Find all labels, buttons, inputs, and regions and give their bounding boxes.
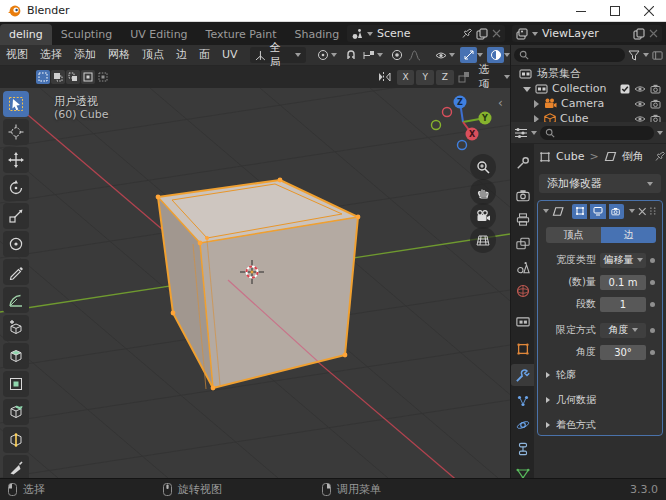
- properties-options-chevron-icon[interactable]: [657, 131, 663, 135]
- pin-icon[interactable]: [462, 28, 472, 39]
- tab-collection-icon[interactable]: [511, 310, 534, 332]
- menu-mesh[interactable]: 网格: [102, 45, 136, 65]
- snap-magnet-icon[interactable]: [343, 47, 360, 63]
- tool-annotate[interactable]: [3, 259, 29, 285]
- tool-inset-faces[interactable]: [3, 371, 29, 397]
- scene-name[interactable]: Scene: [377, 27, 458, 40]
- tab-particles-icon[interactable]: [511, 390, 534, 412]
- section-geometry[interactable]: 几何数据: [546, 393, 596, 407]
- viewlayer-name[interactable]: ViewLayer: [542, 27, 629, 40]
- limit-method-dropdown[interactable]: 角度: [600, 323, 646, 338]
- menu-edge[interactable]: 边: [170, 45, 193, 65]
- camera-hide-eye-icon[interactable]: [634, 99, 646, 109]
- new-scene-icon[interactable]: [476, 28, 488, 40]
- modifier-editmode-toggle[interactable]: [572, 204, 587, 219]
- section-shading[interactable]: 着色方式: [546, 418, 596, 432]
- mirror-z-toggle[interactable]: Z: [436, 70, 454, 85]
- camera-expand-icon[interactable]: [533, 100, 540, 108]
- unlink-scene-icon[interactable]: [492, 29, 501, 38]
- zoom-view-button[interactable]: [470, 154, 496, 180]
- segments-keyframe-dot[interactable]: [650, 302, 655, 307]
- menu-uv[interactable]: UV: [216, 45, 244, 65]
- mirror-icon[interactable]: [376, 69, 393, 85]
- gizmo-neg-x-ball[interactable]: [443, 108, 452, 117]
- new-viewlayer-icon[interactable]: [633, 28, 645, 40]
- remove-viewlayer-icon[interactable]: [649, 29, 658, 38]
- cube-hide-eye-icon[interactable]: [634, 114, 646, 123]
- modifier-realtime-toggle[interactable]: [590, 204, 605, 219]
- gizmo-neg-z-ball[interactable]: [458, 141, 467, 150]
- show-visibility-icon[interactable]: [432, 47, 449, 63]
- collection-hide-eye-icon[interactable]: [634, 84, 646, 94]
- mirror-y-toggle[interactable]: Y: [416, 70, 434, 85]
- selectmode-new-icon[interactable]: [36, 70, 50, 84]
- modifier-extras-chevron-icon[interactable]: [629, 209, 635, 213]
- viewlayer-selector[interactable]: ViewLayer: [512, 25, 662, 42]
- selectmode-subtract-icon[interactable]: [66, 70, 80, 84]
- tab-object-icon[interactable]: [511, 338, 534, 360]
- modifier-render-toggle[interactable]: [609, 204, 624, 219]
- segments-field[interactable]: 1: [600, 297, 646, 312]
- maximize-button[interactable]: [598, 0, 632, 22]
- tool-cursor[interactable]: [3, 119, 29, 145]
- section-profile[interactable]: 轮廓: [546, 368, 576, 382]
- workspace-tab-sculpting[interactable]: Sculpting: [52, 24, 121, 45]
- add-modifier-dropdown[interactable]: 添加修改器: [539, 174, 661, 193]
- tool-knife[interactable]: [3, 455, 29, 478]
- cube-render-camera-icon[interactable]: [650, 114, 662, 123]
- tab-data-icon[interactable]: [511, 462, 534, 478]
- outliner-row-scene-collection[interactable]: 场景集合: [511, 66, 666, 81]
- tab-edges[interactable]: 边: [601, 227, 656, 243]
- tool-transform[interactable]: [3, 231, 29, 257]
- sidebar-collapse-arrow-icon[interactable]: ‹: [498, 96, 503, 110]
- outliner-row-cube[interactable]: Cube: [511, 111, 666, 122]
- outliner-options-icon[interactable]: [652, 50, 663, 61]
- editor-type-chevron-icon[interactable]: [531, 131, 537, 135]
- menu-add[interactable]: 添加: [68, 45, 102, 65]
- tool-measure[interactable]: [3, 287, 29, 313]
- pin-id-icon[interactable]: [655, 151, 665, 162]
- pivot-chevron-icon[interactable]: [331, 53, 337, 57]
- tab-scene-icon[interactable]: [511, 256, 534, 278]
- menu-view[interactable]: 视图: [0, 45, 34, 65]
- tool-bevel[interactable]: [3, 399, 29, 425]
- falloff-curve-icon[interactable]: [406, 47, 423, 63]
- pan-view-button[interactable]: [470, 179, 496, 205]
- tool-rotate[interactable]: [3, 175, 29, 201]
- width-type-dropdown[interactable]: 偏移量: [600, 253, 646, 268]
- tab-output-icon[interactable]: [511, 208, 534, 230]
- scene-selector[interactable]: Scene: [347, 25, 505, 42]
- tab-world-icon[interactable]: [511, 280, 534, 302]
- close-button[interactable]: [632, 0, 666, 22]
- cube-expand-icon[interactable]: [533, 115, 540, 123]
- tool-select-box[interactable]: [3, 91, 29, 117]
- tool-extrude-region[interactable]: [3, 343, 29, 369]
- workspace-tab-modeling[interactable]: deling: [0, 24, 52, 45]
- show-gizmo-icon[interactable]: [460, 47, 477, 63]
- outliner-row-camera[interactable]: Camera: [511, 96, 666, 111]
- snap-target-icon[interactable]: [360, 47, 377, 63]
- outliner-search-input[interactable]: [514, 48, 625, 62]
- visibility-chevron-icon[interactable]: [449, 53, 455, 57]
- toggle-perspective-button[interactable]: [470, 227, 496, 253]
- filter-chevron-icon[interactable]: [643, 53, 649, 57]
- show-overlays-icon[interactable]: [487, 47, 504, 63]
- pivot-point-icon[interactable]: [314, 47, 331, 63]
- tab-modifiers-icon[interactable]: [511, 364, 534, 386]
- viewport-3d[interactable]: Z Y X 用户透视 (60) Cube ‹: [0, 88, 510, 478]
- modifier-drag-handle-icon[interactable]: [649, 206, 657, 216]
- collection-checkbox-icon[interactable]: [620, 84, 630, 94]
- camera-view-button[interactable]: [470, 203, 496, 229]
- modifier-expand-icon[interactable]: [543, 209, 549, 213]
- outliner-row-collection[interactable]: Collection: [511, 81, 666, 96]
- selectmode-intersect-icon[interactable]: [96, 70, 110, 84]
- tab-tool-icon[interactable]: [511, 152, 534, 174]
- menu-select[interactable]: 选择: [34, 45, 68, 65]
- breadcrumb-modifier[interactable]: 倒角: [622, 149, 644, 164]
- snap-options-icon[interactable]: [456, 69, 473, 85]
- cube-mesh[interactable]: [156, 178, 361, 391]
- tab-constraints-icon[interactable]: [511, 438, 534, 460]
- navigation-gizmo[interactable]: Z Y X: [432, 96, 492, 150]
- limit-keyframe-dot[interactable]: [650, 328, 655, 333]
- gizmo-neg-y-ball[interactable]: [432, 121, 441, 130]
